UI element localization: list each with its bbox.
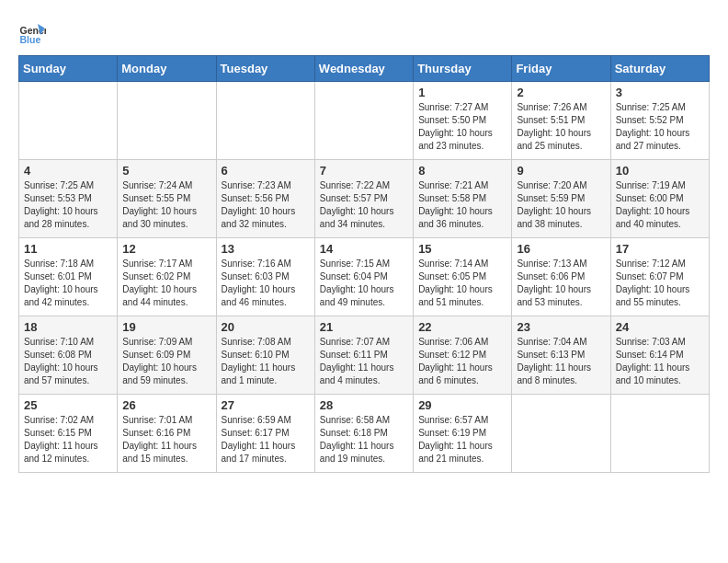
day-info: Sunrise: 7:06 AM Sunset: 6:12 PM Dayligh… bbox=[418, 336, 506, 387]
day-number: 5 bbox=[122, 164, 210, 178]
day-header-tuesday: Tuesday bbox=[216, 56, 314, 82]
calendar-cell bbox=[19, 82, 118, 160]
calendar-cell: 20Sunrise: 7:08 AM Sunset: 6:10 PM Dayli… bbox=[216, 316, 314, 395]
day-number: 17 bbox=[616, 242, 704, 256]
calendar-week-3: 11Sunrise: 7:18 AM Sunset: 6:01 PM Dayli… bbox=[19, 238, 710, 316]
day-info: Sunrise: 7:16 AM Sunset: 6:03 PM Dayligh… bbox=[222, 258, 310, 309]
calendar-cell bbox=[118, 82, 216, 160]
day-number: 19 bbox=[122, 320, 210, 334]
day-info: Sunrise: 7:25 AM Sunset: 5:53 PM Dayligh… bbox=[24, 179, 112, 231]
calendar-cell: 8Sunrise: 7:21 AM Sunset: 5:58 PM Daylig… bbox=[414, 160, 512, 238]
calendar-cell: 13Sunrise: 7:16 AM Sunset: 6:03 PM Dayli… bbox=[216, 238, 314, 316]
day-info: Sunrise: 7:25 AM Sunset: 5:52 PM Dayligh… bbox=[616, 101, 704, 153]
calendar-cell: 29Sunrise: 6:57 AM Sunset: 6:19 PM Dayli… bbox=[414, 395, 512, 473]
calendar-cell: 24Sunrise: 7:03 AM Sunset: 6:14 PM Dayli… bbox=[610, 316, 709, 395]
day-number: 12 bbox=[122, 242, 210, 256]
day-number: 14 bbox=[320, 242, 408, 256]
calendar-cell bbox=[610, 395, 709, 473]
calendar-cell: 6Sunrise: 7:23 AM Sunset: 5:56 PM Daylig… bbox=[216, 160, 314, 238]
day-info: Sunrise: 7:12 AM Sunset: 6:07 PM Dayligh… bbox=[616, 258, 704, 309]
calendar-cell: 27Sunrise: 6:59 AM Sunset: 6:17 PM Dayli… bbox=[216, 395, 314, 473]
day-number: 16 bbox=[517, 242, 605, 256]
day-info: Sunrise: 7:07 AM Sunset: 6:11 PM Dayligh… bbox=[320, 336, 408, 387]
day-info: Sunrise: 6:57 AM Sunset: 6:19 PM Dayligh… bbox=[418, 414, 506, 465]
calendar-cell: 10Sunrise: 7:19 AM Sunset: 6:00 PM Dayli… bbox=[610, 160, 709, 238]
day-header-saturday: Saturday bbox=[610, 56, 709, 82]
day-header-monday: Monday bbox=[118, 56, 216, 82]
day-number: 25 bbox=[24, 398, 112, 412]
calendar-cell: 26Sunrise: 7:01 AM Sunset: 6:16 PM Dayli… bbox=[118, 395, 216, 473]
calendar-week-5: 25Sunrise: 7:02 AM Sunset: 6:15 PM Dayli… bbox=[19, 395, 710, 473]
day-info: Sunrise: 7:21 AM Sunset: 5:58 PM Dayligh… bbox=[418, 179, 506, 231]
day-number: 26 bbox=[122, 398, 210, 412]
day-header-friday: Friday bbox=[512, 56, 610, 82]
calendar-header-row: SundayMondayTuesdayWednesdayThursdayFrid… bbox=[19, 56, 710, 82]
day-info: Sunrise: 6:58 AM Sunset: 6:18 PM Dayligh… bbox=[320, 414, 408, 465]
day-number: 21 bbox=[320, 320, 408, 334]
calendar-week-1: 1Sunrise: 7:27 AM Sunset: 5:50 PM Daylig… bbox=[19, 82, 710, 160]
calendar-cell bbox=[512, 395, 610, 473]
day-info: Sunrise: 7:09 AM Sunset: 6:09 PM Dayligh… bbox=[122, 336, 210, 387]
day-info: Sunrise: 7:23 AM Sunset: 5:56 PM Dayligh… bbox=[222, 179, 310, 231]
calendar-cell: 3Sunrise: 7:25 AM Sunset: 5:52 PM Daylig… bbox=[610, 82, 709, 160]
calendar-cell: 21Sunrise: 7:07 AM Sunset: 6:11 PM Dayli… bbox=[314, 316, 413, 395]
day-header-sunday: Sunday bbox=[19, 56, 118, 82]
day-number: 20 bbox=[222, 320, 310, 334]
day-number: 9 bbox=[517, 164, 605, 178]
day-number: 1 bbox=[418, 86, 506, 99]
day-header-thursday: Thursday bbox=[414, 56, 512, 82]
svg-text:Blue: Blue bbox=[20, 34, 41, 45]
day-info: Sunrise: 7:03 AM Sunset: 6:14 PM Dayligh… bbox=[616, 336, 704, 387]
day-number: 8 bbox=[418, 164, 506, 178]
day-info: Sunrise: 7:19 AM Sunset: 6:00 PM Dayligh… bbox=[616, 179, 704, 231]
calendar-cell: 7Sunrise: 7:22 AM Sunset: 5:57 PM Daylig… bbox=[314, 160, 413, 238]
day-number: 10 bbox=[616, 164, 704, 178]
day-info: Sunrise: 7:18 AM Sunset: 6:01 PM Dayligh… bbox=[24, 258, 112, 309]
calendar-cell: 28Sunrise: 6:58 AM Sunset: 6:18 PM Dayli… bbox=[314, 395, 413, 473]
day-info: Sunrise: 7:22 AM Sunset: 5:57 PM Dayligh… bbox=[320, 179, 408, 231]
day-info: Sunrise: 7:27 AM Sunset: 5:50 PM Dayligh… bbox=[418, 101, 506, 153]
logo: General Blue bbox=[18, 18, 46, 46]
calendar-cell: 1Sunrise: 7:27 AM Sunset: 5:50 PM Daylig… bbox=[414, 82, 512, 160]
calendar-cell: 11Sunrise: 7:18 AM Sunset: 6:01 PM Dayli… bbox=[19, 238, 118, 316]
day-info: Sunrise: 7:20 AM Sunset: 5:59 PM Dayligh… bbox=[517, 179, 605, 231]
calendar-table: SundayMondayTuesdayWednesdayThursdayFrid… bbox=[18, 55, 710, 473]
calendar-cell: 12Sunrise: 7:17 AM Sunset: 6:02 PM Dayli… bbox=[118, 238, 216, 316]
day-info: Sunrise: 7:17 AM Sunset: 6:02 PM Dayligh… bbox=[122, 258, 210, 309]
day-info: Sunrise: 7:02 AM Sunset: 6:15 PM Dayligh… bbox=[24, 414, 112, 465]
calendar-body: 1Sunrise: 7:27 AM Sunset: 5:50 PM Daylig… bbox=[19, 82, 710, 473]
calendar-cell: 5Sunrise: 7:24 AM Sunset: 5:55 PM Daylig… bbox=[118, 160, 216, 238]
day-info: Sunrise: 7:01 AM Sunset: 6:16 PM Dayligh… bbox=[122, 414, 210, 465]
day-number: 15 bbox=[418, 242, 506, 256]
day-number: 6 bbox=[222, 164, 310, 178]
day-number: 27 bbox=[222, 398, 310, 412]
calendar-cell: 2Sunrise: 7:26 AM Sunset: 5:51 PM Daylig… bbox=[512, 82, 610, 160]
calendar-week-4: 18Sunrise: 7:10 AM Sunset: 6:08 PM Dayli… bbox=[19, 316, 710, 395]
calendar-cell: 18Sunrise: 7:10 AM Sunset: 6:08 PM Dayli… bbox=[19, 316, 118, 395]
day-info: Sunrise: 7:15 AM Sunset: 6:04 PM Dayligh… bbox=[320, 258, 408, 309]
day-number: 4 bbox=[24, 164, 112, 178]
day-number: 18 bbox=[24, 320, 112, 334]
calendar-cell: 16Sunrise: 7:13 AM Sunset: 6:06 PM Dayli… bbox=[512, 238, 610, 316]
calendar-cell bbox=[216, 82, 314, 160]
logo-icon: General Blue bbox=[18, 18, 46, 46]
day-header-wednesday: Wednesday bbox=[314, 56, 413, 82]
calendar-cell: 9Sunrise: 7:20 AM Sunset: 5:59 PM Daylig… bbox=[512, 160, 610, 238]
day-number: 11 bbox=[24, 242, 112, 256]
calendar-cell: 15Sunrise: 7:14 AM Sunset: 6:05 PM Dayli… bbox=[414, 238, 512, 316]
day-info: Sunrise: 6:59 AM Sunset: 6:17 PM Dayligh… bbox=[222, 414, 310, 465]
calendar-cell: 22Sunrise: 7:06 AM Sunset: 6:12 PM Dayli… bbox=[414, 316, 512, 395]
calendar-cell: 19Sunrise: 7:09 AM Sunset: 6:09 PM Dayli… bbox=[118, 316, 216, 395]
day-number: 7 bbox=[320, 164, 408, 178]
day-number: 2 bbox=[517, 86, 605, 99]
day-number: 24 bbox=[616, 320, 704, 334]
day-number: 28 bbox=[320, 398, 408, 412]
day-info: Sunrise: 7:14 AM Sunset: 6:05 PM Dayligh… bbox=[418, 258, 506, 309]
calendar-cell: 14Sunrise: 7:15 AM Sunset: 6:04 PM Dayli… bbox=[314, 238, 413, 316]
day-info: Sunrise: 7:10 AM Sunset: 6:08 PM Dayligh… bbox=[24, 336, 112, 387]
day-info: Sunrise: 7:26 AM Sunset: 5:51 PM Dayligh… bbox=[517, 101, 605, 153]
day-number: 3 bbox=[616, 86, 704, 99]
day-info: Sunrise: 7:08 AM Sunset: 6:10 PM Dayligh… bbox=[222, 336, 310, 387]
day-info: Sunrise: 7:24 AM Sunset: 5:55 PM Dayligh… bbox=[122, 179, 210, 231]
day-number: 13 bbox=[222, 242, 310, 256]
